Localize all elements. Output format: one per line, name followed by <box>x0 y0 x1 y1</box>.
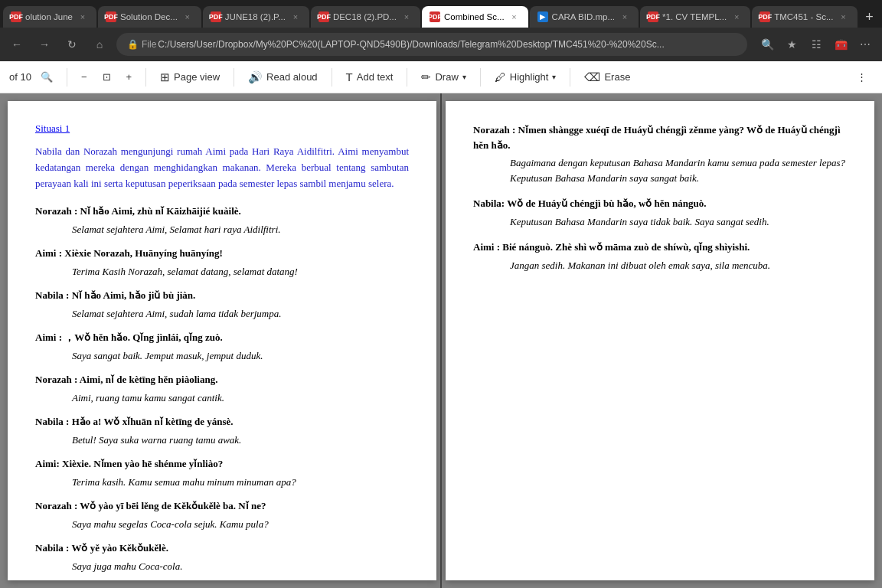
right-dialog-line-0: Norazah : Nǐmen shàngge xuéqī de Huáyǔ c… <box>473 122 847 152</box>
home-button[interactable]: ⌂ <box>89 34 110 55</box>
tab-close-btn[interactable]: × <box>838 11 850 23</box>
page-view-label: Page view <box>174 71 220 83</box>
tab-close-btn[interactable]: × <box>181 11 194 23</box>
refresh-button[interactable]: ↻ <box>61 34 83 55</box>
add-text-icon: T <box>346 70 353 83</box>
search-address-icon[interactable]: 🔍 <box>756 34 778 55</box>
erase-button[interactable]: ⌫ Erase <box>578 67 636 87</box>
tab-label: JUNE18 (2).P... <box>225 12 286 21</box>
pdf-icon: PDF <box>106 11 116 22</box>
fit-icon: ⊡ <box>103 71 111 83</box>
zoom-out-icon: − <box>81 71 87 83</box>
tab-solution-june[interactable]: PDF olution June × <box>3 6 96 28</box>
page-of-total: of 10 <box>9 71 31 83</box>
highlight-dropdown-icon: ▾ <box>552 73 556 81</box>
dialog-translation-1: Terima Kasih Norazah, selamat datang, se… <box>72 264 409 279</box>
erase-label: Erase <box>604 71 630 83</box>
address-icons: 🔍 ★ ☷ 🧰 ⋯ <box>756 34 876 55</box>
read-aloud-icon: 🔊 <box>248 70 263 84</box>
dialog-line-0: Norazah : Nǐ hǎo Aimi, zhù nǐ Kāizhāijié… <box>35 204 409 219</box>
browser-chrome: PDF olution June × PDF Solution Dec... ×… <box>0 0 882 61</box>
dialog-translation-3: Saya sangat baik. Jemput masuk, jemput d… <box>72 348 409 364</box>
collections-icon[interactable]: ☷ <box>805 34 827 55</box>
extensions-icon[interactable]: 🧰 <box>830 34 851 55</box>
tab-label: Solution Dec... <box>120 12 178 21</box>
zoom-in-icon: + <box>126 71 132 83</box>
draw-icon: ✏ <box>421 70 431 84</box>
page-navigation-group: of 10 🔍 <box>9 68 59 86</box>
more-options-button[interactable]: ⋮ <box>851 68 873 86</box>
tab-close-btn[interactable]: × <box>730 11 743 23</box>
highlight-button[interactable]: 🖊 Highlight ▾ <box>488 67 563 87</box>
tab-label: TMC451 - Sc... <box>774 12 833 21</box>
right-dialog-line-1: Nabila: Wǒ de Huáyǔ chéngjì bù hǎo, wǒ h… <box>473 196 847 211</box>
tab-june18[interactable]: PDF JUNE18 (2).P... × <box>203 6 309 28</box>
dialog-translation-7: Saya mahu segelas Coca-cola sejuk. Kamu … <box>72 517 409 532</box>
dialog-line-5: Nabila : Hǎo a! Wǒ xǐhuān nǐ kètīng de y… <box>35 414 409 430</box>
dialog-line-8: Nabila : Wǒ yě yào Kěkǒukělè. <box>35 541 409 556</box>
erase-icon: ⌫ <box>584 70 600 84</box>
draw-label: Draw <box>435 71 458 83</box>
page-divider <box>440 93 442 588</box>
tab-close-btn[interactable]: × <box>289 11 302 23</box>
highlight-label: Highlight <box>510 71 549 83</box>
right-dialog-translation-1: Keputusan Bahasa Mandarin saya tidak bai… <box>510 214 847 230</box>
forward-button[interactable]: → <box>34 34 55 55</box>
tab-close-btn[interactable]: × <box>619 11 631 23</box>
pdf-icon: PDF <box>11 11 21 22</box>
zoom-group: − ⊡ + <box>75 68 138 86</box>
dialog-translation-6: Terima kasih. Kamu semua mahu minum minu… <box>72 475 409 490</box>
dialog-line-4: Norazah : Aimi, nǐ de kètīng hěn piàolia… <box>35 372 409 387</box>
divider-2 <box>145 68 146 87</box>
page-view-button[interactable]: ⊞ Page view <box>154 67 226 87</box>
settings-icon[interactable]: ⋯ <box>854 34 876 55</box>
tab-label: Combined Sc... <box>444 12 505 21</box>
right-dialog-line-2: Aimi : Bié nánguò. Zhè shì wǒ māma zuò d… <box>473 240 847 255</box>
read-aloud-button[interactable]: 🔊 Read aloud <box>242 67 324 87</box>
dialog-line-2: Nabila : Nǐ hǎo Aimi, hǎo jiǔ bù jiàn. <box>35 288 409 303</box>
new-tab-button[interactable]: + <box>859 6 880 28</box>
pdf-icon: PDF <box>648 11 658 22</box>
zoom-in-button[interactable]: + <box>120 68 139 86</box>
tab-label: CARA BID.mp... <box>552 12 615 21</box>
tab-close-btn[interactable]: × <box>508 11 521 23</box>
zoom-out-button[interactable]: − <box>75 68 93 86</box>
dialog-line-1: Aimi : Xièxie Norazah, Huānyíng huānyíng… <box>35 246 409 261</box>
dialog-translation-5: Betul! Saya suka warna ruang tamu awak. <box>72 433 409 448</box>
address-bar: ← → ↻ ⌂ 🔒 File C:/Users/User/Dropbox/My%… <box>0 28 882 61</box>
pdf-icon: PDF <box>318 11 329 22</box>
add-text-button[interactable]: T Add text <box>340 67 400 87</box>
tab-solution-dec[interactable]: PDF Solution Dec... × <box>98 6 201 28</box>
fit-button[interactable]: ⊡ <box>96 68 117 86</box>
situation-title[interactable]: Situasi 1 <box>35 122 409 135</box>
divider-7 <box>570 68 570 87</box>
tab-combined-sc[interactable]: PDF Combined Sc... × <box>422 6 528 28</box>
tab-tmc451[interactable]: PDF TMC451 - Sc... × <box>752 6 857 28</box>
dialog-line-7: Norazah : Wǒ yào yī bēi lěng de Kěkǒukěl… <box>35 498 409 514</box>
pdf-page-left: Situasi 1 Nabila dan Norazah mengunjungi… <box>8 101 436 580</box>
divider-6 <box>480 68 481 87</box>
dialog-line-6: Aimi: Xièxie. Nǐmen yào hē shénme yǐnlià… <box>35 456 409 472</box>
back-button[interactable]: ← <box>6 34 28 55</box>
draw-button[interactable]: ✏ Draw ▾ <box>415 67 472 87</box>
right-dialog-translation-2: Jangan sedih. Makanan ini dibuat oleh em… <box>510 258 847 273</box>
file-label: File <box>142 39 156 50</box>
right-dialog-translation-0: Bagaimana dengan keputusan Bahasa Mandar… <box>510 155 847 185</box>
intro-text: Nabila dan Norazah mengunjungi rumah Aim… <box>35 144 409 191</box>
tab-cara-bid[interactable]: ▶ CARA BID.mp... × <box>530 6 639 28</box>
highlight-icon: 🖊 <box>495 70 506 83</box>
tab-close-btn[interactable]: × <box>400 11 413 23</box>
video-icon: ▶ <box>537 11 548 22</box>
address-input[interactable]: 🔒 File C:/Users/User/Dropbox/My%20PC%20(… <box>116 33 747 56</box>
pdf-icon: PDF <box>430 11 440 22</box>
tab-cv-templ[interactable]: PDF *1. CV TEMPL... × <box>640 6 750 28</box>
pdf-icon: PDF <box>211 11 221 22</box>
tab-bar: PDF olution June × PDF Solution Dec... ×… <box>0 0 882 28</box>
dialog-line-3: Aimi : ，Wǒ hěn hǎo. Qǐng jìnlái, qǐng zu… <box>35 330 409 345</box>
tab-label: DEC18 (2).PD... <box>333 12 397 21</box>
tab-close-btn[interactable]: × <box>77 11 89 23</box>
dialog-translation-8: Saya juga mahu Coca-cola. <box>72 559 409 574</box>
search-button[interactable]: 🔍 <box>34 68 59 86</box>
tab-dec18[interactable]: PDF DEC18 (2).PD... × <box>311 6 420 28</box>
favorites-icon[interactable]: ★ <box>781 34 802 55</box>
